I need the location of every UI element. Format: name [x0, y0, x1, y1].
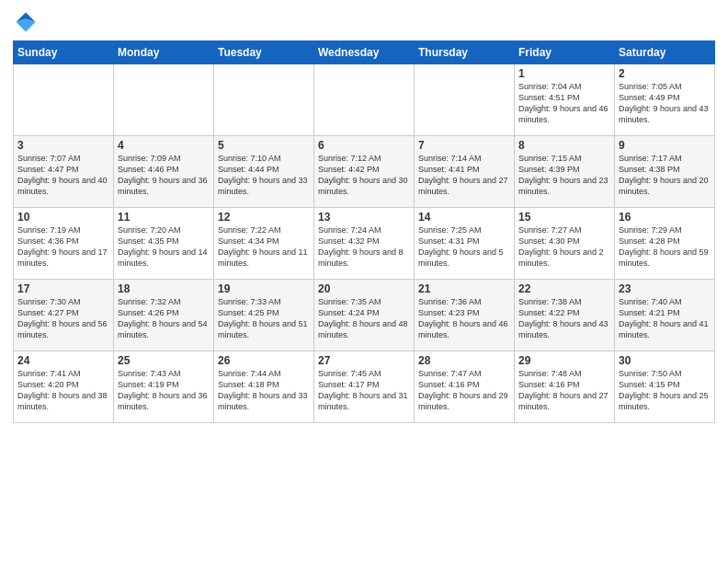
day-info: Sunrise: 7:15 AM Sunset: 4:39 PM Dayligh… [518, 153, 610, 198]
day-info: Sunrise: 7:48 AM Sunset: 4:16 PM Dayligh… [518, 368, 610, 413]
day-cell: 25Sunrise: 7:43 AM Sunset: 4:19 PM Dayli… [114, 351, 214, 423]
day-info: Sunrise: 7:36 AM Sunset: 4:23 PM Dayligh… [418, 296, 510, 341]
week-row-2: 3Sunrise: 7:07 AM Sunset: 4:47 PM Daylig… [14, 136, 715, 208]
day-number: 1 [518, 67, 610, 80]
day-number: 2 [619, 67, 711, 80]
day-cell: 18Sunrise: 7:32 AM Sunset: 4:26 PM Dayli… [114, 280, 214, 351]
day-info: Sunrise: 7:45 AM Sunset: 4:17 PM Dayligh… [318, 368, 410, 413]
logo-icon [13, 9, 39, 35]
day-number: 26 [218, 354, 310, 367]
day-cell: 2Sunrise: 7:05 AM Sunset: 4:49 PM Daylig… [615, 64, 715, 136]
day-number: 23 [619, 282, 711, 295]
week-row-1: 1Sunrise: 7:04 AM Sunset: 4:51 PM Daylig… [14, 64, 715, 136]
day-number: 17 [17, 282, 109, 295]
day-cell: 19Sunrise: 7:33 AM Sunset: 4:25 PM Dayli… [214, 280, 314, 351]
weekday-header-monday: Monday [114, 41, 214, 64]
day-cell: 9Sunrise: 7:17 AM Sunset: 4:38 PM Daylig… [615, 136, 715, 208]
day-cell: 15Sunrise: 7:27 AM Sunset: 4:30 PM Dayli… [515, 208, 615, 280]
day-cell: 3Sunrise: 7:07 AM Sunset: 4:47 PM Daylig… [14, 136, 114, 208]
weekday-header-thursday: Thursday [415, 41, 515, 64]
day-cell: 10Sunrise: 7:19 AM Sunset: 4:36 PM Dayli… [14, 208, 114, 280]
day-info: Sunrise: 7:30 AM Sunset: 4:27 PM Dayligh… [17, 296, 109, 341]
weekday-header-wednesday: Wednesday [314, 41, 415, 64]
day-info: Sunrise: 7:24 AM Sunset: 4:32 PM Dayligh… [318, 224, 410, 270]
day-number: 28 [418, 354, 510, 367]
day-info: Sunrise: 7:40 AM Sunset: 4:21 PM Dayligh… [619, 296, 711, 341]
day-cell: 11Sunrise: 7:20 AM Sunset: 4:35 PM Dayli… [114, 208, 214, 280]
day-cell: 29Sunrise: 7:48 AM Sunset: 4:16 PM Dayli… [515, 351, 615, 423]
day-info: Sunrise: 7:43 AM Sunset: 4:19 PM Dayligh… [118, 368, 210, 413]
day-cell: 22Sunrise: 7:38 AM Sunset: 4:22 PM Dayli… [515, 280, 615, 351]
page-container: SundayMondayTuesdayWednesdayThursdayFrid… [0, 0, 728, 429]
day-cell: 30Sunrise: 7:50 AM Sunset: 4:15 PM Dayli… [615, 351, 715, 423]
day-info: Sunrise: 7:44 AM Sunset: 4:18 PM Dayligh… [218, 368, 310, 413]
day-number: 3 [17, 139, 109, 152]
day-info: Sunrise: 7:47 AM Sunset: 4:16 PM Dayligh… [418, 368, 510, 413]
day-info: Sunrise: 7:35 AM Sunset: 4:24 PM Dayligh… [318, 296, 410, 341]
day-info: Sunrise: 7:25 AM Sunset: 4:31 PM Dayligh… [418, 224, 510, 270]
week-row-4: 17Sunrise: 7:30 AM Sunset: 4:27 PM Dayli… [14, 280, 715, 351]
day-info: Sunrise: 7:12 AM Sunset: 4:42 PM Dayligh… [318, 153, 410, 198]
day-number: 29 [518, 354, 610, 367]
day-info: Sunrise: 7:20 AM Sunset: 4:35 PM Dayligh… [118, 224, 210, 270]
day-cell: 7Sunrise: 7:14 AM Sunset: 4:41 PM Daylig… [415, 136, 515, 208]
day-cell [114, 64, 214, 136]
day-number: 14 [418, 211, 510, 224]
day-cell: 20Sunrise: 7:35 AM Sunset: 4:24 PM Dayli… [314, 280, 415, 351]
day-info: Sunrise: 7:38 AM Sunset: 4:22 PM Dayligh… [518, 296, 610, 341]
day-number: 20 [318, 282, 410, 295]
day-number: 24 [17, 354, 109, 367]
day-number: 19 [218, 282, 310, 295]
weekday-header-saturday: Saturday [615, 41, 715, 64]
week-row-5: 24Sunrise: 7:41 AM Sunset: 4:20 PM Dayli… [14, 351, 715, 423]
day-info: Sunrise: 7:17 AM Sunset: 4:38 PM Dayligh… [619, 153, 711, 198]
day-info: Sunrise: 7:09 AM Sunset: 4:46 PM Dayligh… [118, 153, 210, 198]
day-info: Sunrise: 7:22 AM Sunset: 4:34 PM Dayligh… [218, 224, 310, 270]
day-number: 16 [619, 211, 711, 224]
day-cell: 27Sunrise: 7:45 AM Sunset: 4:17 PM Dayli… [314, 351, 415, 423]
day-cell: 21Sunrise: 7:36 AM Sunset: 4:23 PM Dayli… [415, 280, 515, 351]
logo [13, 9, 42, 35]
day-number: 21 [418, 282, 510, 295]
day-cell: 4Sunrise: 7:09 AM Sunset: 4:46 PM Daylig… [114, 136, 214, 208]
weekday-header-sunday: Sunday [14, 41, 114, 64]
day-cell [415, 64, 515, 136]
day-number: 12 [218, 211, 310, 224]
day-cell: 17Sunrise: 7:30 AM Sunset: 4:27 PM Dayli… [14, 280, 114, 351]
day-number: 6 [318, 139, 410, 152]
day-cell: 8Sunrise: 7:15 AM Sunset: 4:39 PM Daylig… [515, 136, 615, 208]
day-info: Sunrise: 7:41 AM Sunset: 4:20 PM Dayligh… [17, 368, 109, 413]
day-number: 5 [218, 139, 310, 152]
day-cell: 28Sunrise: 7:47 AM Sunset: 4:16 PM Dayli… [415, 351, 515, 423]
day-info: Sunrise: 7:32 AM Sunset: 4:26 PM Dayligh… [118, 296, 210, 341]
day-cell: 26Sunrise: 7:44 AM Sunset: 4:18 PM Dayli… [214, 351, 314, 423]
day-info: Sunrise: 7:05 AM Sunset: 4:49 PM Dayligh… [619, 81, 711, 126]
weekday-header-row: SundayMondayTuesdayWednesdayThursdayFrid… [14, 41, 715, 64]
header [13, 9, 715, 35]
weekday-header-tuesday: Tuesday [214, 41, 314, 64]
day-number: 9 [619, 139, 711, 152]
day-cell: 24Sunrise: 7:41 AM Sunset: 4:20 PM Dayli… [14, 351, 114, 423]
day-number: 10 [17, 211, 109, 224]
day-number: 30 [619, 354, 711, 367]
day-cell [14, 64, 114, 136]
day-info: Sunrise: 7:14 AM Sunset: 4:41 PM Dayligh… [418, 153, 510, 198]
day-number: 22 [518, 282, 610, 295]
day-info: Sunrise: 7:27 AM Sunset: 4:30 PM Dayligh… [518, 224, 610, 270]
day-info: Sunrise: 7:07 AM Sunset: 4:47 PM Dayligh… [17, 153, 109, 198]
day-info: Sunrise: 7:29 AM Sunset: 4:28 PM Dayligh… [619, 224, 711, 270]
day-info: Sunrise: 7:04 AM Sunset: 4:51 PM Dayligh… [518, 81, 610, 126]
day-info: Sunrise: 7:50 AM Sunset: 4:15 PM Dayligh… [619, 368, 711, 413]
day-info: Sunrise: 7:19 AM Sunset: 4:36 PM Dayligh… [17, 224, 109, 270]
week-row-3: 10Sunrise: 7:19 AM Sunset: 4:36 PM Dayli… [14, 208, 715, 280]
day-number: 13 [318, 211, 410, 224]
day-cell: 14Sunrise: 7:25 AM Sunset: 4:31 PM Dayli… [415, 208, 515, 280]
day-cell: 1Sunrise: 7:04 AM Sunset: 4:51 PM Daylig… [515, 64, 615, 136]
day-cell: 5Sunrise: 7:10 AM Sunset: 4:44 PM Daylig… [214, 136, 314, 208]
day-cell: 16Sunrise: 7:29 AM Sunset: 4:28 PM Dayli… [615, 208, 715, 280]
day-cell [214, 64, 314, 136]
day-info: Sunrise: 7:33 AM Sunset: 4:25 PM Dayligh… [218, 296, 310, 341]
day-number: 25 [118, 354, 210, 367]
day-number: 7 [418, 139, 510, 152]
day-number: 27 [318, 354, 410, 367]
